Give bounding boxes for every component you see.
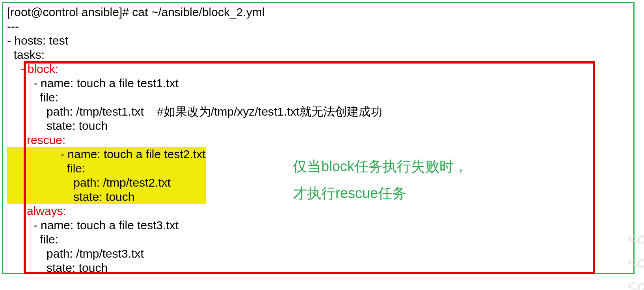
always-task-state: state: touch [3, 261, 633, 275]
block-task-file: file: [3, 90, 633, 105]
rescue-task-file: file: [60, 161, 206, 176]
annotation-line2: 才执行rescue任务 [293, 180, 468, 207]
rescue-task-path: path: /tmp/test2.txt [60, 176, 206, 190]
block-task-state: state: touch [3, 119, 633, 133]
annotation-note: 仅当block任务执行失败时， 才执行rescue任务 [293, 153, 468, 207]
rescue-task-state: state: touch [60, 190, 206, 204]
annotation-line1: 仅当block任务执行失败时， [293, 153, 468, 180]
yaml-doc-start: --- [3, 19, 633, 34]
always-task-name: - name: touch a file test3.txt [3, 218, 633, 232]
block-task-path: path: /tmp/test1.txt #如果改为/tmp/xyz/test1… [3, 105, 633, 119]
rescue-task-name: - name: touch a file test2.txt [60, 147, 206, 161]
always-task-path: path: /tmp/test3.txt [3, 247, 633, 261]
yaml-block-key: - block: [3, 62, 633, 76]
shell-prompt: [root@control ansible]# cat ~/ansible/bl… [3, 5, 633, 19]
always-task-file: file: [3, 232, 633, 247]
block-task-name: - name: touch a file test1.txt [3, 76, 633, 90]
yaml-hosts: - hosts: test [3, 34, 633, 48]
yaml-rescue-key: rescue: [3, 133, 633, 147]
yaml-tasks: tasks: [3, 48, 633, 62]
code-content: [root@control ansible]# cat ~/ansible/bl… [3, 3, 633, 275]
watermark-icon: <c [627, 276, 644, 290]
terminal-frame: [root@control ansible]# cat ~/ansible/bl… [2, 2, 635, 274]
